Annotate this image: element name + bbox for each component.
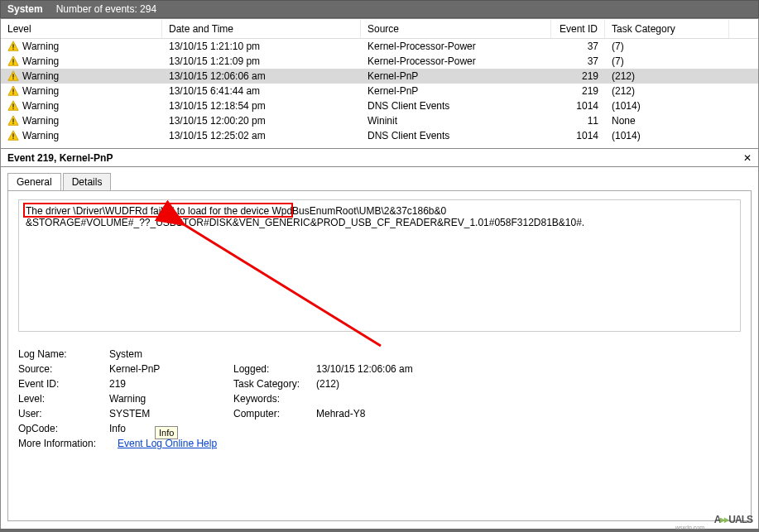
cell-source: Kernel-Processor-Power bbox=[361, 40, 551, 53]
prop-label-logged: Logged: bbox=[233, 363, 316, 375]
cell-date: 13/10/15 12:25:02 am bbox=[162, 129, 361, 142]
svg-rect-7 bbox=[12, 74, 13, 77]
table-row[interactable]: Warning13/10/15 1:21:10 pmKernel-Process… bbox=[1, 39, 758, 54]
col-header-source[interactable]: Source bbox=[361, 20, 551, 38]
detail-section-header: Event 219, Kernel-PnP ✕ bbox=[0, 149, 759, 167]
prop-label-logname: Log Name: bbox=[18, 348, 109, 360]
cell-eventid: 219 bbox=[551, 69, 605, 83]
warning-icon bbox=[7, 130, 19, 141]
table-row[interactable]: Warning13/10/15 1:21:09 pmKernel-Process… bbox=[1, 54, 758, 69]
cell-source: Kernel-PnP bbox=[361, 84, 551, 98]
prop-label-keywords: Keywords: bbox=[233, 393, 316, 405]
prop-value-user: SYSTEM bbox=[109, 408, 233, 419]
prop-label-computer: Computer: bbox=[233, 408, 316, 419]
grid-body[interactable]: Warning13/10/15 1:21:10 pmKernel-Process… bbox=[1, 39, 758, 149]
svg-rect-1 bbox=[12, 44, 13, 47]
tab-details[interactable]: Details bbox=[63, 173, 112, 191]
svg-rect-16 bbox=[12, 118, 13, 122]
warning-icon bbox=[7, 55, 19, 67]
close-icon[interactable]: ✕ bbox=[743, 152, 752, 164]
col-header-date[interactable]: Date and Time bbox=[162, 20, 361, 38]
svg-rect-17 bbox=[12, 123, 13, 124]
cell-taskcat: (1014) bbox=[605, 99, 729, 113]
cell-date: 13/10/15 12:00:20 pm bbox=[162, 114, 361, 127]
detail-section-title: Event 219, Kernel-PnP bbox=[7, 152, 113, 164]
cell-source: DNS Client Events bbox=[361, 129, 551, 142]
cell-date: 13/10/15 12:18:54 pm bbox=[162, 99, 361, 113]
cell-source: Kernel-Processor-Power bbox=[361, 55, 551, 68]
cell-source: Wininit bbox=[361, 114, 551, 127]
svg-rect-8 bbox=[12, 79, 13, 79]
prop-label-user: User: bbox=[18, 408, 109, 419]
cell-date: 13/10/15 12:06:06 am bbox=[162, 69, 361, 83]
prop-value-logname: System bbox=[109, 348, 233, 360]
cell-eventid: 37 bbox=[551, 40, 605, 53]
cell-taskcat: (7) bbox=[605, 40, 729, 53]
cell-eventid: 219 bbox=[551, 84, 605, 98]
svg-rect-2 bbox=[12, 49, 13, 50]
prop-label-level: Level: bbox=[18, 393, 109, 405]
col-header-level[interactable]: Level bbox=[1, 20, 162, 38]
event-message-line2: &STORAGE#VOLUME#_??_USBSTOR#DISK&VEN_GEN… bbox=[26, 217, 733, 228]
cell-eventid: 11 bbox=[551, 114, 605, 127]
tab-panel-general: The driver \Driver\WUDFRd failed to load… bbox=[7, 190, 752, 521]
prop-value-source: Kernel-PnP bbox=[109, 363, 233, 375]
prop-value-computer: Mehrad-Y8 bbox=[316, 408, 365, 419]
warning-icon bbox=[7, 100, 19, 112]
svg-rect-4 bbox=[12, 59, 13, 62]
cell-taskcat: (212) bbox=[605, 84, 729, 98]
log-type-label: System bbox=[7, 3, 43, 15]
prop-label-eventid: Event ID: bbox=[18, 378, 109, 390]
cell-source: Kernel-PnP bbox=[361, 69, 551, 83]
cell-eventid: 37 bbox=[551, 55, 605, 68]
window-top-bar: System Number of events: 294 bbox=[0, 0, 759, 18]
cell-level: Warning bbox=[22, 115, 59, 127]
col-header-taskcat[interactable]: Task Category bbox=[605, 20, 729, 38]
svg-rect-13 bbox=[12, 103, 13, 107]
watermark-url: wsxdn.com bbox=[675, 525, 704, 530]
tabstrip: General Details bbox=[7, 173, 752, 191]
svg-rect-11 bbox=[12, 93, 13, 94]
cell-date: 13/10/15 1:21:09 pm bbox=[162, 55, 361, 68]
warning-icon bbox=[7, 70, 19, 82]
prop-value-eventid: 219 bbox=[109, 378, 233, 390]
prop-value-taskcat: (212) bbox=[316, 378, 339, 390]
event-grid: Level Date and Time Source Event ID Task… bbox=[0, 18, 759, 149]
tabs-area: General Details The driver \Driver\WUDFR… bbox=[0, 167, 759, 530]
cell-level: Warning bbox=[22, 41, 59, 52]
tab-general[interactable]: General bbox=[7, 173, 61, 191]
event-count-label: Number of events: 294 bbox=[56, 3, 156, 15]
prop-label-opcode: OpCode: bbox=[18, 423, 109, 434]
col-header-eventid[interactable]: Event ID bbox=[551, 20, 605, 38]
event-message-box: The driver \Driver\WUDFRd failed to load… bbox=[18, 199, 741, 332]
cell-eventid: 1014 bbox=[551, 99, 605, 113]
cell-taskcat: (7) bbox=[605, 55, 729, 68]
prop-label-source: Source: bbox=[18, 363, 109, 375]
warning-icon bbox=[7, 85, 19, 97]
svg-rect-20 bbox=[12, 138, 13, 139]
cell-level: Warning bbox=[22, 55, 59, 67]
cell-taskcat: (212) bbox=[605, 69, 729, 83]
table-row[interactable]: Warning13/10/15 12:18:54 pmDNS Client Ev… bbox=[1, 98, 758, 113]
event-log-help-link[interactable]: Event Log Online Help bbox=[118, 438, 217, 449]
table-row[interactable]: Warning13/10/15 12:06:06 amKernel-PnP219… bbox=[1, 69, 758, 84]
svg-rect-14 bbox=[12, 108, 13, 109]
cell-taskcat: None bbox=[605, 114, 729, 127]
warning-icon bbox=[7, 115, 19, 127]
prop-value-logged: 13/10/15 12:06:06 am bbox=[316, 363, 413, 375]
prop-label-moreinfo: More Information: bbox=[18, 438, 118, 449]
warning-icon bbox=[7, 41, 19, 52]
cell-date: 13/10/15 1:21:10 pm bbox=[162, 40, 361, 53]
table-row[interactable]: Warning13/10/15 12:00:20 pmWininit11None bbox=[1, 113, 758, 128]
svg-rect-5 bbox=[12, 64, 13, 65]
cell-level: Warning bbox=[22, 100, 59, 112]
svg-rect-19 bbox=[12, 133, 13, 137]
prop-label-taskcat: Task Category: bbox=[233, 378, 316, 390]
cell-level: Warning bbox=[22, 130, 59, 141]
grid-header-row: Level Date and Time Source Event ID Task… bbox=[1, 19, 758, 39]
cell-eventid: 1014 bbox=[551, 129, 605, 142]
cell-level: Warning bbox=[22, 70, 59, 82]
table-row[interactable]: Warning13/10/15 12:25:02 amDNS Client Ev… bbox=[1, 128, 758, 143]
cell-taskcat: (1014) bbox=[605, 129, 729, 142]
table-row[interactable]: Warning13/10/15 6:41:44 amKernel-PnP219(… bbox=[1, 84, 758, 98]
